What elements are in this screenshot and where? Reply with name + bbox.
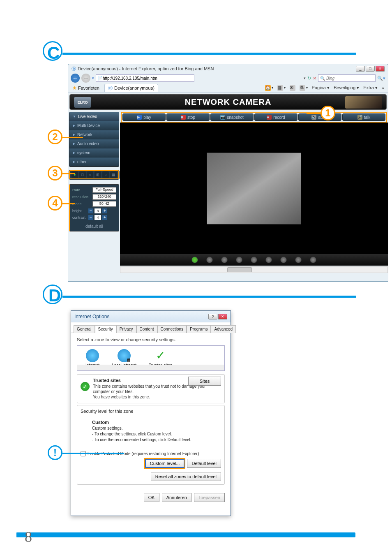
view-1[interactable]: □: [79, 171, 86, 178]
default-level-button[interactable]: Default level: [187, 459, 221, 468]
view-single[interactable]: ●: [71, 171, 78, 178]
sidebar-item-live-video[interactable]: ▼Live Video: [69, 112, 119, 121]
sidebar-item-multi-device[interactable]: ▶Multi-Device: [69, 121, 119, 130]
rate-select[interactable]: Full-Speed: [92, 187, 116, 193]
tab-general[interactable]: General: [74, 325, 95, 333]
forward-button[interactable]: →: [81, 74, 90, 83]
tab-security[interactable]: Security: [95, 325, 116, 333]
history-dropdown[interactable]: ▾: [92, 76, 94, 80]
preset-8[interactable]: [295, 257, 302, 263]
minimize-button[interactable]: _: [356, 66, 365, 72]
sidebar-item-audio-video[interactable]: ▶Audio video: [69, 139, 119, 148]
view-4[interactable]: ⊞: [95, 171, 101, 178]
resolution-select[interactable]: 320*240: [92, 194, 116, 200]
dialog-body: Select a zone to view or change security…: [71, 333, 231, 489]
preset-1[interactable]: [191, 257, 198, 263]
zone-scrollbar[interactable]: [77, 365, 224, 370]
preset-2[interactable]: [206, 257, 213, 263]
sites-button[interactable]: Sites: [188, 377, 221, 386]
feeds-button[interactable]: ▦▾: [276, 84, 287, 92]
tab-connections[interactable]: Connections: [157, 325, 187, 333]
bright-minus[interactable]: −: [88, 208, 93, 213]
search-field[interactable]: 🔍 Bing: [318, 74, 376, 82]
back-button[interactable]: ←: [71, 74, 80, 83]
scrollbar-thumb[interactable]: [227, 267, 252, 272]
preset-7[interactable]: [280, 257, 287, 263]
caret-down-icon: ▼: [73, 115, 76, 118]
contrast-plus[interactable]: +: [102, 215, 107, 220]
play-label: play: [143, 115, 151, 120]
url-field[interactable]: 📄 http://192.168.2.105/main.htm: [96, 74, 194, 82]
preset-6[interactable]: [265, 257, 272, 263]
page-number: 8: [25, 528, 32, 546]
sidebar-menu: ▼Live Video ▶Multi-Device ▶Network ▶Audi…: [69, 112, 119, 167]
preset-3[interactable]: [221, 257, 228, 263]
dialog-close-button[interactable]: ✕: [218, 314, 227, 319]
bright-plus[interactable]: +: [102, 208, 107, 213]
sidebar-item-label: other: [77, 160, 87, 164]
horizontal-scrollbar[interactable]: [120, 266, 388, 273]
tab-content[interactable]: Content: [136, 325, 157, 333]
custom-level-button[interactable]: Custom level...: [145, 459, 185, 468]
tab-programs[interactable]: Programs: [187, 325, 211, 333]
home-button[interactable]: 🏠▾: [264, 84, 274, 92]
extra-menu[interactable]: Extra ▾: [362, 84, 379, 92]
reset-zones-button[interactable]: Reset all zones to default level: [151, 472, 221, 481]
section-c-label: C: [47, 43, 60, 63]
camera-header: ELRO NETWORK CAMERA: [69, 94, 387, 110]
play-button[interactable]: ▶play: [122, 113, 166, 121]
mode-select[interactable]: 50 HZ: [92, 201, 116, 207]
search-go[interactable]: 🔍▾: [377, 76, 385, 81]
video-controls: ▶play ■stop 📷snapshot ●record 🔊audio 🎤ta…: [121, 112, 387, 123]
play-icon: ▶: [137, 115, 142, 120]
snapshot-button[interactable]: 📷snapshot: [210, 113, 254, 121]
preset-4[interactable]: [236, 257, 242, 263]
callout-4: 4: [48, 196, 62, 211]
sidebar-item-other[interactable]: ▶other: [69, 157, 119, 167]
sidebar-item-label: Audio video: [77, 141, 99, 146]
mail-button[interactable]: ✉: [288, 84, 297, 92]
setting-label: bright: [72, 209, 87, 213]
default-all-button[interactable]: default all: [72, 224, 116, 229]
browser-tab[interactable]: ⓔ Device(anonymous): [104, 84, 158, 92]
help-button[interactable]: ?: [208, 314, 217, 319]
security-level-box: Security level for this zone Custom Cust…: [77, 405, 225, 485]
addr-dropdown[interactable]: ▾: [304, 76, 306, 80]
video-feed: [207, 153, 301, 224]
cancel-button[interactable]: Annuleren: [162, 493, 191, 502]
more-menu[interactable]: »: [380, 84, 385, 92]
trusted-check-icon: ✓: [81, 382, 90, 391]
tab-privacy[interactable]: Privacy: [116, 325, 136, 333]
custom-default-hint: - To use the recommended settings, click…: [92, 437, 191, 442]
preset-9[interactable]: [310, 257, 316, 263]
custom-change-hint: - To change the settings, click Custom l…: [92, 432, 172, 436]
page-menu[interactable]: Pagina ▾: [311, 84, 331, 92]
maximize-button[interactable]: □: [366, 66, 375, 72]
stop-button[interactable]: ✕: [313, 76, 316, 81]
refresh-button[interactable]: ↻: [307, 76, 311, 81]
apply-button[interactable]: Toepassen: [194, 493, 225, 502]
view-9[interactable]: ▦: [110, 171, 117, 178]
view-circle2[interactable]: ○: [102, 171, 109, 178]
security-menu[interactable]: Beveiliging ▾: [332, 84, 360, 92]
stop-label: stop: [187, 115, 195, 120]
zone-list[interactable]: Internet 🖥 Local intranet ✓ Trusted site…: [77, 345, 225, 371]
contrast-minus[interactable]: −: [88, 215, 93, 220]
preset-5[interactable]: [251, 257, 257, 263]
ok-button[interactable]: OK: [144, 493, 159, 502]
stop-button[interactable]: ■stop: [166, 113, 210, 121]
record-button[interactable]: ●record: [254, 113, 297, 121]
setting-label: contrast: [72, 215, 87, 220]
print-icon: 🖶: [300, 85, 305, 91]
view-circle[interactable]: ○: [87, 171, 94, 178]
callout-warning: !: [48, 445, 62, 460]
tab-advanced[interactable]: Advanced: [211, 325, 235, 333]
print-button[interactable]: 🖶▾: [298, 84, 309, 92]
talk-button[interactable]: 🎤talk: [342, 113, 385, 121]
setting-label: resolution: [72, 195, 88, 199]
sidebar-item-system[interactable]: ▶system: [69, 148, 119, 157]
bright-value: 8: [95, 208, 101, 213]
favorites-button[interactable]: ★ Favorieten: [71, 84, 101, 92]
page-icon: 📄: [98, 76, 103, 81]
close-button[interactable]: ✕: [376, 66, 385, 72]
